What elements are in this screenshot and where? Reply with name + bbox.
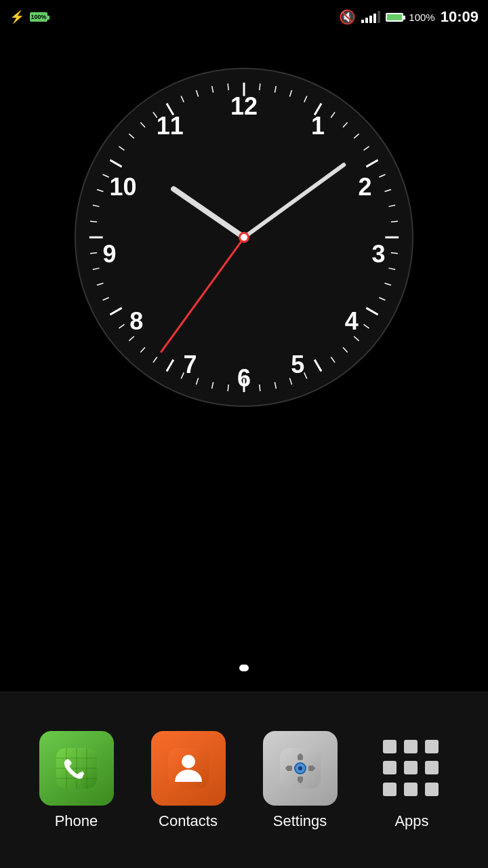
battery-fill: [387, 14, 402, 20]
dock-item-phone[interactable]: Phone: [39, 731, 114, 830]
page-dot-0: [239, 665, 249, 671]
settings-icon: [263, 731, 338, 806]
clock-num-9: 9: [103, 240, 117, 269]
apps-dot-3: [425, 740, 439, 753]
status-bar: ⚡ 100% 🔇 100% 10:09: [0, 0, 488, 34]
apps-dot-8: [404, 783, 418, 796]
phone-svg: [56, 748, 97, 789]
clock-num-3: 3: [371, 240, 385, 269]
apps-dot-5: [404, 761, 418, 774]
usb-icon: ⚡: [9, 9, 24, 24]
battery-percent: 100%: [409, 12, 434, 23]
dock: Phone Contacts: [0, 692, 488, 868]
clock-num-6: 6: [237, 364, 251, 393]
apps-dot-9: [425, 783, 439, 796]
contacts-svg: [168, 748, 209, 789]
contacts-label: Contacts: [159, 812, 218, 830]
signal-bar-1: [361, 20, 364, 23]
clock-num-7: 7: [184, 351, 197, 379]
clock-num-10: 10: [109, 173, 136, 201]
svg-point-68: [182, 755, 195, 768]
clock-num-1: 1: [311, 112, 325, 140]
apps-label: Apps: [394, 812, 428, 830]
dock-item-contacts[interactable]: Contacts: [151, 731, 226, 830]
status-time: 10:09: [441, 8, 479, 26]
phone-label: Phone: [55, 812, 98, 830]
apps-dot-6: [425, 761, 439, 774]
signal-bar-3: [369, 16, 372, 23]
page-indicator: [239, 665, 249, 671]
clock-num-8: 8: [129, 307, 143, 336]
signal-bar-5: [378, 11, 380, 23]
battery-percent-small: 100%: [30, 14, 46, 20]
apps-icon: [375, 731, 449, 806]
contacts-icon: [151, 731, 226, 806]
clock-face: 12 1 2 3 4 5 6 7 8 9 10 11: [75, 68, 413, 407]
clock-num-11: 11: [157, 112, 184, 140]
clock-num-12: 12: [230, 92, 258, 121]
mute-icon: 🔇: [339, 9, 356, 25]
dock-item-settings[interactable]: Settings: [263, 731, 338, 830]
svg-point-71: [298, 766, 302, 770]
apps-dot-2: [404, 740, 418, 753]
signal-bar-4: [373, 14, 376, 23]
clock-num-5: 5: [291, 351, 304, 379]
clock-center-dot: [239, 232, 249, 243]
apps-dot-4: [383, 761, 396, 774]
battery-main-icon: [386, 13, 403, 22]
settings-label: Settings: [273, 812, 327, 830]
phone-icon: [39, 731, 114, 806]
signal-bars: [361, 11, 380, 23]
apps-dot-7: [383, 783, 396, 796]
signal-bar-2: [365, 18, 368, 23]
settings-svg: [280, 748, 321, 789]
dock-item-apps[interactable]: Apps: [375, 731, 449, 830]
clock-num-4: 4: [345, 307, 359, 336]
clock-widget: 12 1 2 3 4 5 6 7 8 9 10 11: [75, 68, 413, 407]
apps-dot-1: [383, 740, 396, 753]
battery-small-icon: 100%: [30, 12, 47, 22]
clock-num-2: 2: [359, 173, 372, 201]
